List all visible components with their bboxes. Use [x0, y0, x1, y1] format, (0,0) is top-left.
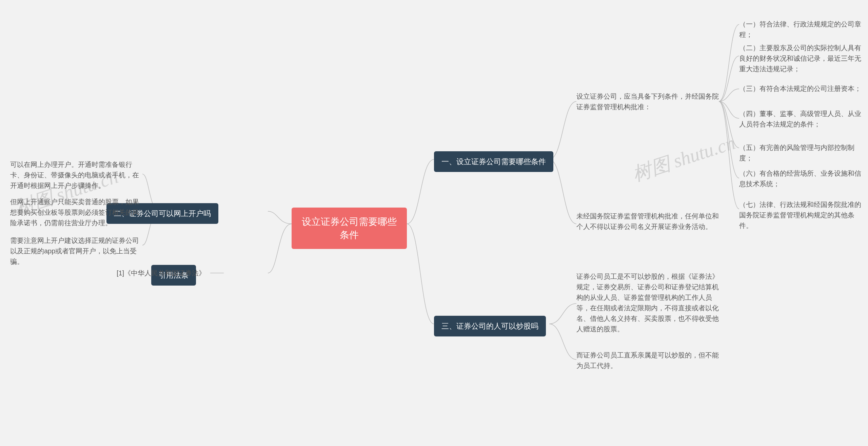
b3-c2-text: 而证券公司员工直系亲属是可以炒股的，但不能为员工代持。: [576, 350, 719, 371]
b1-c1: 设立证券公司，应当具备下列条件，并经国务院证券监督管理机构批准：: [576, 91, 719, 112]
branch-1[interactable]: 一、设立证券公司需要哪些条件: [434, 151, 553, 172]
branch-3[interactable]: 三、证券公司的人可以炒股吗: [434, 316, 546, 336]
b2-c1: 可以在网上办理开户。开通时需准备银行卡、身份证、带摄像头的电脑或者手机，在开通时…: [10, 159, 142, 191]
s3-text: （三）有符合本法规定的公司注册资本；: [739, 83, 861, 94]
b1-c1-s1: （一）符合法律、行政法规规定的公司章程；: [739, 19, 861, 40]
mindmap-canvas: 树图 shutu.cn 树图 shutu.cn: [0, 0, 868, 446]
b1-c1-text: 设立证券公司，应当具备下列条件，并经国务院证券监督管理机构批准：: [576, 91, 719, 112]
b4-c1-text: [1]《中华人民共和国证券法》: [117, 268, 205, 278]
b1-c1-s7: （七）法律、行政法规和经国务院批准的国务院证券监督管理机构规定的其他条件。: [739, 199, 861, 231]
b4-c1: [1]《中华人民共和国证券法》: [112, 268, 210, 278]
b2-c3: 需要注意网上开户建议选择正规的证券公司以及正规的app或者官网开户，以免上当受骗…: [10, 235, 142, 267]
b1-c1-s4: （四）董事、监事、高级管理人员、从业人员符合本法规定的条件；: [739, 109, 861, 130]
b1-c1-s2: （二）主要股东及公司的实际控制人具有良好的财务状况和诚信记录，最近三年无重大违法…: [739, 43, 861, 74]
s2-text: （二）主要股东及公司的实际控制人具有良好的财务状况和诚信记录，最近三年无重大违法…: [739, 43, 861, 74]
s4-text: （四）董事、监事、高级管理人员、从业人员符合本法规定的条件；: [739, 109, 861, 130]
b2-c2: 但网上开通账户只能买卖普通的股票，如果想要购买创业板等股票则必须签订相关的风险承…: [10, 197, 142, 228]
b3-c2: 而证券公司员工直系亲属是可以炒股的，但不能为员工代持。: [576, 350, 719, 371]
branch-3-label: 三、证券公司的人可以炒股吗: [441, 321, 538, 332]
s6-text: （六）有合格的经营场所、业务设施和信息技术系统；: [739, 168, 861, 189]
root-title: 设立证券公司需要哪些条件: [298, 215, 400, 241]
b2-c2-text: 但网上开通账户只能买卖普通的股票，如果想要购买创业板等股票则必须签订相关的风险承…: [10, 197, 142, 228]
b1-c1-s5: （五）有完善的风险管理与内部控制制度；: [739, 142, 861, 163]
s1-text: （一）符合法律、行政法规规定的公司章程；: [739, 19, 861, 40]
b3-c1: 证券公司员工是不可以炒股的，根据《证券法》规定，证券交易所、证券公司和证券登记结…: [576, 271, 719, 334]
b1-c1-s6: （六）有合格的经营场所、业务设施和信息技术系统；: [739, 168, 861, 189]
b1-c1-s3: （三）有符合本法规定的公司注册资本；: [739, 83, 861, 94]
b3-c1-text: 证券公司员工是不可以炒股的，根据《证券法》规定，证券交易所、证券公司和证券登记结…: [576, 271, 719, 334]
b2-c3-text: 需要注意网上开户建议选择正规的证券公司以及正规的app或者官网开户，以免上当受骗…: [10, 235, 142, 267]
s7-text: （七）法律、行政法规和经国务院批准的国务院证券监督管理机构规定的其他条件。: [739, 199, 861, 231]
s5-text: （五）有完善的风险管理与内部控制制度；: [739, 142, 861, 163]
branch-1-label: 一、设立证券公司需要哪些条件: [441, 156, 546, 167]
root-node[interactable]: 设立证券公司需要哪些条件: [292, 208, 407, 249]
b1-c2-text: 未经国务院证券监督管理机构批准，任何单位和个人不得以证券公司名义开展证券业务活动…: [576, 211, 719, 232]
b1-c2: 未经国务院证券监督管理机构批准，任何单位和个人不得以证券公司名义开展证券业务活动…: [576, 211, 719, 232]
b2-c1-text: 可以在网上办理开户。开通时需准备银行卡、身份证、带摄像头的电脑或者手机，在开通时…: [10, 159, 142, 191]
